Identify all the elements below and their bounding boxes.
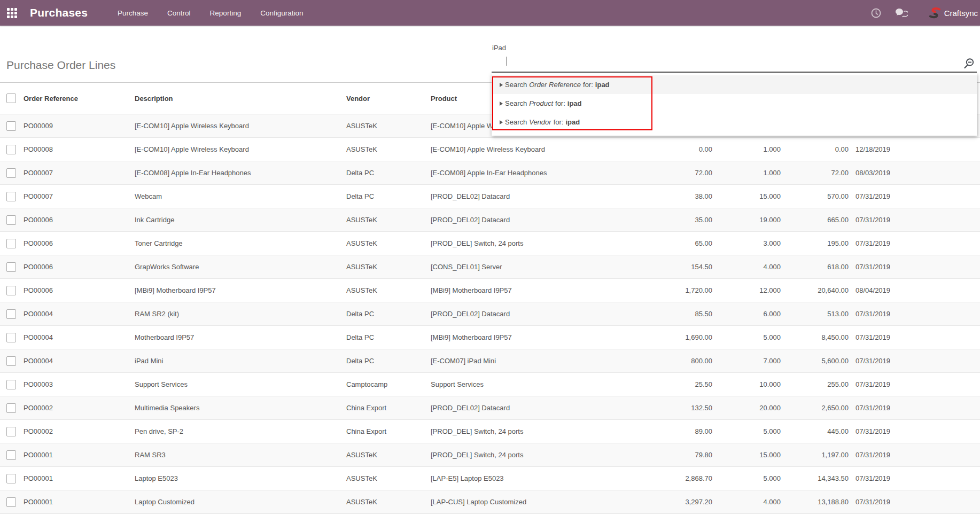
row-checkbox[interactable] (6, 121, 16, 131)
activities-clock-icon[interactable] (871, 8, 881, 18)
navbar-right: Craftsync (871, 7, 978, 19)
row-checkbox[interactable] (6, 403, 16, 413)
quantity-cell: 1.000 (712, 138, 781, 161)
apps-grid-icon[interactable] (7, 8, 17, 18)
suggestion-vendor[interactable]: Search Vendor for: ipad (492, 113, 977, 131)
search-input[interactable] (492, 27, 977, 73)
row-checkbox[interactable] (6, 262, 16, 272)
subtotal-cell: 570.00 (781, 185, 849, 208)
row-checkbox[interactable] (6, 168, 16, 178)
table-row[interactable]: PO00001 Laptop E5023 ASUSTeK [LAP-E5] La… (0, 467, 980, 490)
vendor-cell: ASUSTeK (344, 114, 429, 138)
description-cell: Pen drive, SP-2 (133, 420, 344, 443)
product-cell: [PROD_DEL02] Datacard (429, 208, 634, 232)
table-row[interactable]: PO00001 RAM SR3 ASUSTeK [PROD_DEL] Switc… (0, 443, 980, 467)
order-reference-cell: PO00004 (21, 302, 133, 326)
description-cell: [E-COM10] Apple Wireless Keyboard (133, 114, 344, 138)
order-reference-cell: PO00004 (21, 349, 133, 373)
table-row[interactable]: PO00006 Toner Cartridge ASUSTeK [PROD_DE… (0, 232, 980, 255)
search-magnifier-icon[interactable] (963, 58, 975, 72)
menu-item-reporting[interactable]: Reporting (210, 9, 242, 17)
quantity-cell: 6.000 (712, 302, 781, 326)
row-checkbox[interactable] (6, 239, 16, 248)
table-row[interactable]: PO00002 Multimedia Speakers China Export… (0, 396, 980, 420)
row-checkbox[interactable] (6, 333, 16, 342)
quantity-cell: 7.000 (712, 349, 781, 373)
app-title[interactable]: Purchases (30, 6, 88, 19)
scheduled-date-cell: 07/31/2019 (849, 326, 980, 349)
quantity-cell: 12.000 (712, 279, 781, 302)
subtotal-cell: 445.00 (781, 420, 849, 443)
product-cell: [PROD_DEL02] Datacard (429, 185, 634, 208)
column-header-vendor[interactable]: Vendor (344, 83, 429, 114)
unit-price-cell: 1,720.00 (634, 279, 712, 302)
row-checkbox[interactable] (6, 450, 16, 460)
quantity-cell: 1.000 (712, 161, 781, 185)
table-row[interactable]: PO00006 GrapWorks Software ASUSTeK [CONS… (0, 255, 980, 279)
select-all-checkbox[interactable] (6, 93, 16, 103)
row-checkbox[interactable] (6, 497, 16, 507)
row-checkbox[interactable] (6, 215, 16, 225)
suggestion-term: ipad (595, 81, 610, 89)
product-cell: [E-COM08] Apple In-Ear Headphones (429, 161, 634, 185)
expand-caret-icon[interactable] (500, 101, 503, 106)
user-menu[interactable]: Craftsync (929, 7, 978, 19)
control-panel: Purchase Order Lines Search Order Refere… (0, 26, 980, 82)
subtotal-cell: 20,640.00 (781, 279, 849, 302)
table-row[interactable]: PO00007 Webcam Delta PC [PROD_DEL02] Dat… (0, 185, 980, 208)
suggestion-prefix: Search (505, 118, 527, 126)
order-reference-cell: PO00007 (21, 161, 133, 185)
product-cell: [LAP-E5] Laptop E5023 (429, 467, 634, 490)
subtotal-cell: 72.00 (781, 161, 849, 185)
table-row[interactable]: PO00004 Motherboard I9P57 Delta PC [MBi9… (0, 326, 980, 349)
table-row[interactable]: PO00001 Laptop Customized ASUSTeK [LAP-C… (0, 490, 980, 514)
description-cell: Toner Cartridge (133, 232, 344, 255)
messages-chat-icon[interactable] (895, 8, 908, 18)
subtotal-cell: 618.00 (781, 255, 849, 279)
suggestion-order-reference[interactable]: Search Order Reference for: ipad (492, 75, 977, 94)
subtotal-cell: 2,650.00 (781, 396, 849, 420)
row-checkbox[interactable] (6, 192, 16, 201)
unit-price-cell: 79.80 (634, 443, 712, 467)
order-reference-cell: PO00001 (21, 443, 133, 467)
column-header-description[interactable]: Description (133, 83, 344, 114)
suggestion-field: Vendor (529, 118, 551, 126)
product-cell: [E-COM07] iPad Mini (429, 349, 634, 373)
order-reference-cell: PO00003 (21, 373, 133, 396)
row-checkbox[interactable] (6, 309, 16, 319)
scheduled-date-cell: 07/31/2019 (849, 420, 980, 443)
unit-price-cell: 132.50 (634, 396, 712, 420)
row-checkbox[interactable] (6, 427, 16, 436)
menu-item-configuration[interactable]: Configuration (260, 9, 303, 17)
quantity-cell: 4.000 (712, 490, 781, 514)
description-cell: Webcam (133, 185, 344, 208)
scheduled-date-cell: 08/03/2019 (849, 161, 980, 185)
table-row[interactable]: PO00007 [E-COM08] Apple In-Ear Headphone… (0, 161, 980, 185)
product-cell: [CONS_DEL01] Server (429, 255, 634, 279)
vendor-cell: ASUSTeK (344, 208, 429, 232)
expand-caret-icon[interactable] (500, 83, 503, 87)
row-checkbox[interactable] (6, 145, 16, 154)
table-row[interactable]: PO00002 Pen drive, SP-2 China Export [PR… (0, 420, 980, 443)
expand-caret-icon[interactable] (500, 120, 503, 124)
order-reference-cell: PO00004 (21, 326, 133, 349)
menu-item-purchase[interactable]: Purchase (118, 9, 148, 17)
scheduled-date-cell: 07/31/2019 (849, 373, 980, 396)
table-row[interactable]: PO00004 RAM SR2 (kit) Delta PC [PROD_DEL… (0, 302, 980, 326)
table-row[interactable]: PO00008 [E-COM10] Apple Wireless Keyboar… (0, 138, 980, 161)
row-checkbox[interactable] (6, 474, 16, 483)
unit-price-cell: 85.50 (634, 302, 712, 326)
column-header-order-reference[interactable]: Order Reference (21, 83, 133, 114)
table-row[interactable]: PO00006 Ink Cartridge ASUSTeK [PROD_DEL0… (0, 208, 980, 232)
row-checkbox[interactable] (6, 286, 16, 295)
table-row[interactable]: PO00004 iPad Mini Delta PC [E-COM07] iPa… (0, 349, 980, 373)
row-checkbox[interactable] (6, 356, 16, 366)
menu-item-control[interactable]: Control (167, 9, 191, 17)
table-row[interactable]: PO00003 Support Services Camptocamp Supp… (0, 373, 980, 396)
suggestion-product[interactable]: Search Product for: ipad (492, 94, 977, 113)
row-checkbox[interactable] (6, 380, 16, 389)
table-row[interactable]: PO00006 [MBi9] Motherboard I9P57 ASUSTeK… (0, 279, 980, 302)
description-cell: Support Services (133, 373, 344, 396)
order-reference-cell: PO00006 (21, 208, 133, 232)
order-reference-cell: PO00007 (21, 185, 133, 208)
